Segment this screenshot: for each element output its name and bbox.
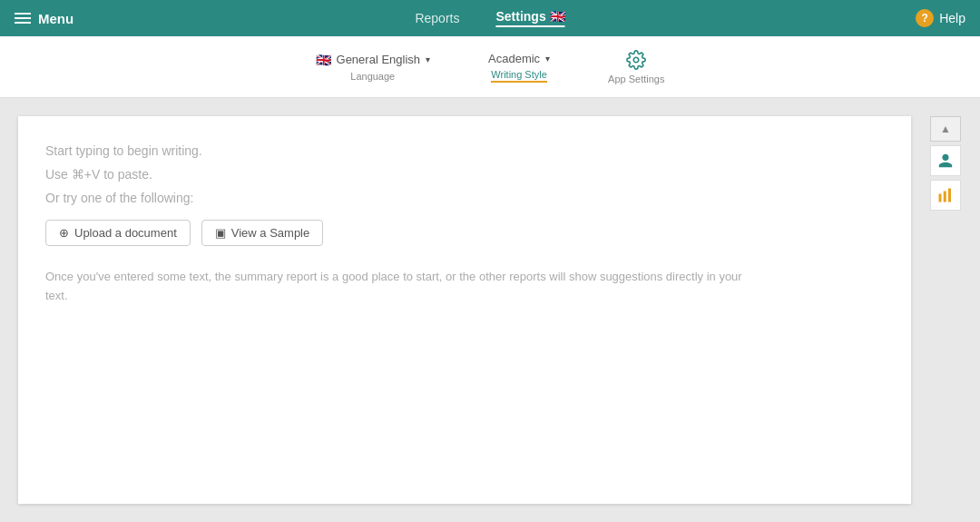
sample-icon: ▣ xyxy=(215,226,226,240)
main-area: Start typing to begin writing. Use ⌘+V t… xyxy=(0,98,980,522)
document-editor[interactable]: Start typing to begin writing. Use ⌘+V t… xyxy=(18,116,911,504)
user-icon xyxy=(937,153,954,169)
right-sidebar: ▲ xyxy=(929,116,962,504)
writing-style-setting[interactable]: Academic ▾ Writing Style xyxy=(477,44,561,90)
hint-paste: Use ⌘+V to paste. xyxy=(45,167,884,182)
scroll-up-button[interactable]: ▲ xyxy=(930,116,961,142)
gear-icon xyxy=(626,50,646,70)
language-label: General English xyxy=(337,53,421,66)
settings-link[interactable]: Settings 🇬🇧 xyxy=(495,9,564,27)
language-flag-icon: 🇬🇧 xyxy=(316,53,331,67)
view-sample-button[interactable]: ▣ View a Sample xyxy=(201,220,323,246)
svg-rect-2 xyxy=(944,192,946,202)
app-settings[interactable]: App Settings xyxy=(597,43,675,92)
hamburger-icon xyxy=(15,13,31,24)
app-settings-sublabel: App Settings xyxy=(608,74,664,84)
top-nav: Menu Reports Settings 🇬🇧 ? Help xyxy=(0,0,980,36)
help-label: Help xyxy=(939,11,965,25)
sample-label: View a Sample xyxy=(231,226,309,240)
svg-rect-1 xyxy=(939,194,942,202)
chart-icon xyxy=(937,187,954,203)
nav-center: Reports Settings 🇬🇧 xyxy=(415,9,564,27)
language-dropdown-icon: ▾ xyxy=(426,54,430,64)
nav-right: ? Help xyxy=(916,9,965,27)
upload-icon: ⊕ xyxy=(59,226,69,240)
language-sublabel: Language xyxy=(350,71,395,82)
menu-label: Menu xyxy=(38,11,74,26)
menu-button[interactable]: Menu xyxy=(15,11,74,26)
doc-action-buttons: ⊕ Upload a document ▣ View a Sample xyxy=(45,220,884,246)
reports-link[interactable]: Reports xyxy=(415,11,459,25)
svg-rect-3 xyxy=(948,189,951,202)
settings-bar: 🇬🇧 General English ▾ Language Academic ▾… xyxy=(0,36,980,98)
svg-point-0 xyxy=(634,57,640,63)
language-setting[interactable]: 🇬🇧 General English ▾ Language xyxy=(305,45,442,89)
style-dropdown-icon: ▾ xyxy=(545,54,550,64)
hint-try-following: Or try one of the following: xyxy=(45,191,884,205)
app-settings-top xyxy=(626,50,646,70)
hint-start-typing: Start typing to begin writing. xyxy=(45,143,884,158)
upload-label: Upload a document xyxy=(74,226,177,240)
info-text: Once you've entered some text, the summa… xyxy=(45,268,753,306)
help-icon: ? xyxy=(916,9,934,27)
user-panel-button[interactable] xyxy=(930,145,961,176)
chart-panel-button[interactable] xyxy=(930,180,961,211)
writing-style-top: Academic ▾ xyxy=(488,52,550,65)
upload-document-button[interactable]: ⊕ Upload a document xyxy=(45,220,191,246)
writing-style-label: Academic xyxy=(488,52,540,65)
flag-icon: 🇬🇧 xyxy=(550,9,565,24)
writing-style-sublabel: Writing Style xyxy=(491,69,547,83)
language-setting-top: 🇬🇧 General English ▾ xyxy=(316,53,431,67)
